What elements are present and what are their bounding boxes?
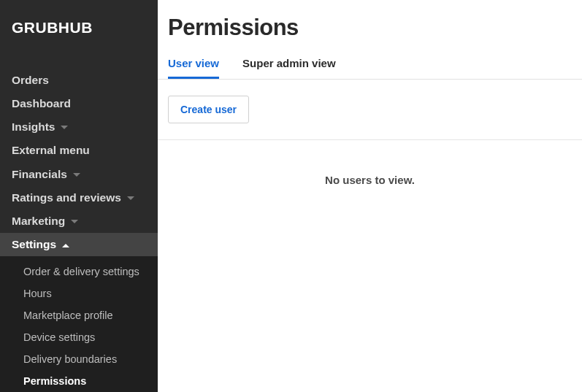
primary-nav: Orders Dashboard Insights External menu … <box>0 69 158 392</box>
tab-bar: User view Super admin view <box>168 57 570 79</box>
sidebar-item-label: External menu <box>12 143 90 158</box>
sidebar-item-label: Marketing <box>12 214 65 228</box>
sidebar-item-label: Orders <box>12 73 49 88</box>
page-title: Permissions <box>168 15 570 41</box>
subnav-device-settings[interactable]: Device settings <box>0 326 158 348</box>
sidebar-item-external-menu[interactable]: External menu <box>0 139 158 162</box>
tab-super-admin-view[interactable]: Super admin view <box>242 57 336 79</box>
chevron-down-icon <box>127 196 134 201</box>
chevron-down-icon <box>71 220 78 224</box>
create-user-button[interactable]: Create user <box>168 96 249 123</box>
chevron-down-icon <box>61 126 68 130</box>
sidebar-item-label: Insights <box>12 120 55 134</box>
main-content: Permissions User view Super admin view C… <box>158 0 582 392</box>
settings-subnav: Order & delivery settings Hours Marketpl… <box>0 256 158 392</box>
subnav-permissions[interactable]: Permissions <box>0 370 158 392</box>
sidebar-item-label: Settings <box>12 237 56 252</box>
empty-state-text: No users to view. <box>158 174 582 186</box>
sidebar-item-label: Dashboard <box>12 96 71 111</box>
sidebar-item-insights[interactable]: Insights <box>0 115 158 139</box>
sidebar-item-label: Financials <box>12 167 67 182</box>
subnav-order-delivery-settings[interactable]: Order & delivery settings <box>0 261 158 283</box>
chevron-up-icon <box>62 243 69 247</box>
subnav-delivery-boundaries[interactable]: Delivery boundaries <box>0 348 158 370</box>
page-header: Permissions User view Super admin view <box>158 0 582 80</box>
chevron-down-icon <box>73 173 80 177</box>
sidebar-item-label: Ratings and reviews <box>12 191 121 205</box>
toolbar: Create user <box>158 80 582 140</box>
brand-logo: GRUBHUB <box>0 0 158 47</box>
subnav-hours[interactable]: Hours <box>0 283 158 304</box>
tab-user-view[interactable]: User view <box>168 57 219 79</box>
sidebar-item-orders[interactable]: Orders <box>0 69 158 92</box>
sidebar: GRUBHUB Orders Dashboard Insights Extern… <box>0 0 158 392</box>
sidebar-item-marketing[interactable]: Marketing <box>0 210 158 233</box>
sidebar-item-financials[interactable]: Financials <box>0 163 158 186</box>
sidebar-item-settings[interactable]: Settings <box>0 233 158 256</box>
sidebar-item-ratings-reviews[interactable]: Ratings and reviews <box>0 186 158 210</box>
sidebar-item-dashboard[interactable]: Dashboard <box>0 92 158 115</box>
subnav-marketplace-profile[interactable]: Marketplace profile <box>0 304 158 326</box>
